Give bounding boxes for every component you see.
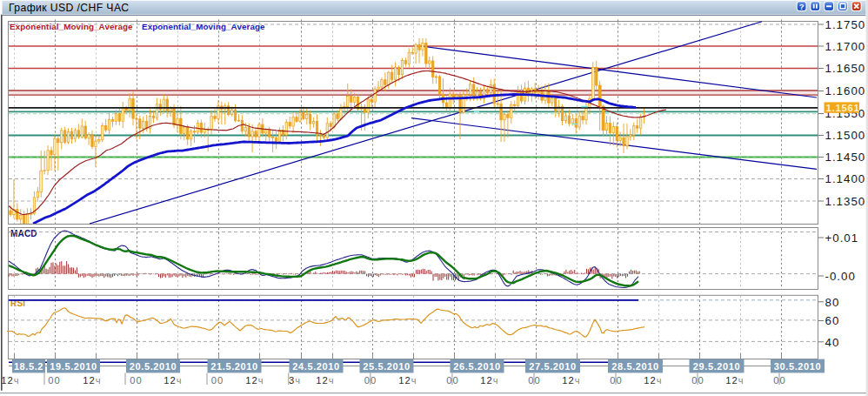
svg-text:1.1700: 1.1700 <box>825 40 866 53</box>
svg-text:12ч: 12ч <box>1 375 19 386</box>
svg-text:12ч: 12ч <box>480 375 498 386</box>
svg-text:20.5.2010: 20.5.2010 <box>130 361 177 372</box>
svg-text:12ч: 12ч <box>245 375 264 386</box>
svg-text:3ч: 3ч <box>289 375 301 386</box>
svg-text:00: 00 <box>528 375 540 386</box>
svg-text:00: 00 <box>364 375 377 386</box>
svg-text:?: ? <box>799 2 805 11</box>
svg-text:00: 00 <box>48 375 60 386</box>
svg-text:1.1561: 1.1561 <box>826 103 860 113</box>
svg-text:-0.00: -0.00 <box>825 270 856 283</box>
svg-text:21.5.2010: 21.5.2010 <box>210 361 257 372</box>
svg-text:1.1400: 1.1400 <box>825 172 866 185</box>
svg-text:19.5.2010: 19.5.2010 <box>50 361 97 372</box>
svg-text:60: 60 <box>825 314 840 327</box>
svg-text:27.5.2010: 27.5.2010 <box>529 361 576 372</box>
svg-text:1.1450: 1.1450 <box>825 151 866 164</box>
svg-text:1.1600: 1.1600 <box>825 84 866 97</box>
svg-text:12ч: 12ч <box>644 375 662 386</box>
svg-text:Exponential_Moving_Average: Exponential_Moving_Average <box>10 22 133 31</box>
svg-text:00: 00 <box>691 375 704 386</box>
svg-text:+0.01: +0.01 <box>825 232 859 245</box>
svg-text:12ч: 12ч <box>725 375 744 386</box>
svg-text:00: 00 <box>211 375 224 386</box>
svg-text:40: 40 <box>825 336 840 349</box>
svg-text:80: 80 <box>825 296 840 309</box>
svg-text:1.1350: 1.1350 <box>825 195 866 208</box>
svg-text:12ч: 12ч <box>316 375 334 386</box>
svg-text:26.5.2010: 26.5.2010 <box>453 361 500 372</box>
svg-text:12ч: 12ч <box>83 375 101 386</box>
svg-text:12ч: 12ч <box>164 375 182 386</box>
svg-text:Exponential_Moving_Average: Exponential_Moving_Average <box>142 22 265 31</box>
svg-text:30.5.2010: 30.5.2010 <box>774 361 821 372</box>
svg-text:24.5.2010: 24.5.2010 <box>292 361 339 372</box>
svg-text:1.1500: 1.1500 <box>825 129 866 142</box>
svg-text:1.1750: 1.1750 <box>825 18 866 31</box>
svg-text:29.5.2010: 29.5.2010 <box>693 361 740 372</box>
svg-text:График USD /CHF ЧАС: График USD /CHF ЧАС <box>9 2 129 14</box>
svg-text:12ч: 12ч <box>398 375 417 386</box>
svg-text:1.1650: 1.1650 <box>825 62 866 75</box>
svg-text:00: 00 <box>773 375 785 386</box>
svg-text:00: 00 <box>610 375 622 386</box>
svg-text:28.5.2010: 28.5.2010 <box>611 361 658 372</box>
svg-text:25.5.2010: 25.5.2010 <box>363 361 410 372</box>
svg-text:00: 00 <box>446 375 458 386</box>
svg-text:MACD: MACD <box>10 229 37 238</box>
svg-text:12ч: 12ч <box>562 375 580 386</box>
svg-text:00: 00 <box>130 375 142 386</box>
svg-text:18.5.2: 18.5.2 <box>14 361 43 372</box>
